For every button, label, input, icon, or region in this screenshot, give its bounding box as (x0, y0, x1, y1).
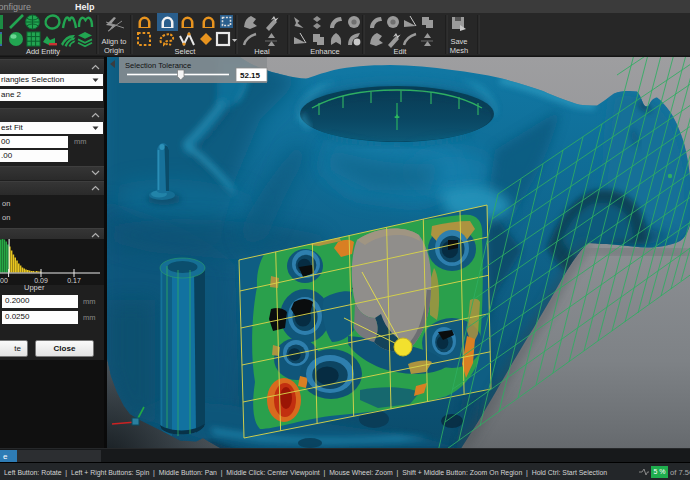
svg-text:Selection Tolerance: Selection Tolerance (125, 61, 191, 70)
svg-text:Mesh: Mesh (450, 46, 468, 55)
svg-text:Origin: Origin (104, 46, 124, 55)
svg-text:00: 00 (0, 277, 8, 284)
svg-text:Add Entity: Add Entity (26, 47, 60, 56)
svg-text:0.17: 0.17 (67, 277, 81, 284)
svg-text:Align to: Align to (101, 37, 126, 46)
svg-text:Save: Save (450, 37, 467, 46)
svg-text:Enhance: Enhance (310, 47, 340, 56)
svg-text:Select: Select (175, 47, 197, 56)
svg-text:Heal: Heal (254, 47, 270, 56)
svg-text:Edit: Edit (394, 47, 408, 56)
svg-text:52.15: 52.15 (240, 71, 261, 80)
